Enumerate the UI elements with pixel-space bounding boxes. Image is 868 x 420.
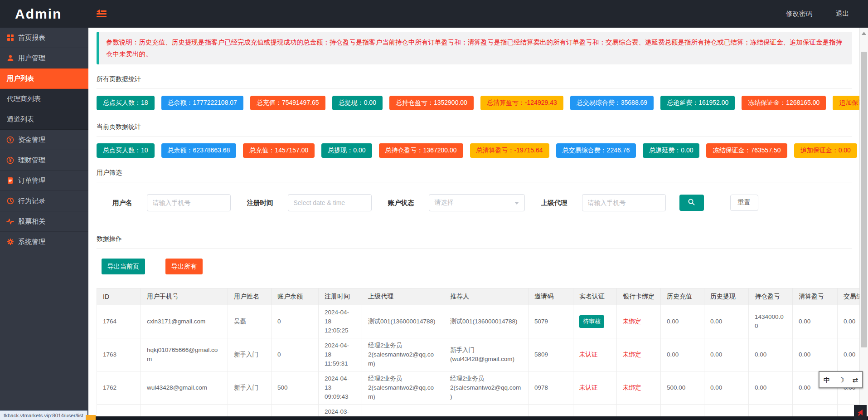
- pointer-overlay: [854, 405, 867, 420]
- status-badge: 未绑定: [623, 384, 641, 391]
- table-row: 1764cxin3171@gmail.com吴磊02024-04-18 12:0…: [97, 305, 860, 338]
- table-cell: 经理2业务员2(salesmantwo2@qq.com): [444, 371, 529, 405]
- table-cell: 新手入门: [228, 371, 272, 405]
- table-cell: 0978: [529, 371, 573, 405]
- table-cell: 未认证: [573, 338, 617, 371]
- user-table: ID用户手机号用户姓名账户余额注册时间上级代理推荐人邀请码实名认证银行卡绑定历史…: [97, 288, 860, 420]
- sidebar-item-label: 用户列表: [7, 74, 34, 83]
- table-cell: 0.00: [704, 305, 749, 338]
- switch-icon[interactable]: ⇄: [853, 376, 858, 383]
- column-header: 银行卡绑定: [617, 288, 661, 305]
- stats-all-row: 总点买人数：18总余额：1777222108.07总充值：75491497.65…: [97, 96, 860, 110]
- stat-badge: 总余额：1777222108.07: [161, 96, 243, 110]
- table-cell: 0: [272, 305, 319, 338]
- column-header: 历史提现: [704, 288, 749, 305]
- column-header: 注册时间: [319, 288, 362, 305]
- yen-circle-icon: ¥: [6, 156, 14, 164]
- table-cell: 1762: [97, 371, 141, 405]
- table-cell: 2024-04-18 12:05:25: [319, 305, 362, 338]
- table-cell: 0.00: [661, 338, 704, 371]
- section-title-actions: 数据操作: [97, 235, 852, 249]
- status-badge: 未认证: [579, 384, 598, 391]
- column-header: 清算盈亏: [793, 288, 838, 305]
- moon-icon[interactable]: ☽: [838, 376, 844, 383]
- sidebar-item-2[interactable]: 用户列表: [0, 68, 88, 89]
- table-cell: 测试001(136000014788): [362, 305, 444, 338]
- table-cell: 吴磊: [228, 305, 272, 338]
- table-cell: 未绑定: [617, 305, 661, 338]
- sidebar-item-4[interactable]: 通道列表: [0, 109, 88, 130]
- stat-badge: 冻结保证金：1268165.00: [742, 96, 826, 110]
- column-header: 持仓盈亏: [749, 288, 793, 305]
- column-header: 上级代理: [362, 288, 444, 305]
- table-header-row: ID用户手机号用户姓名账户余额注册时间上级代理推荐人邀请码实名认证银行卡绑定历史…: [97, 288, 860, 305]
- export-current-page-button[interactable]: 导出当前页: [102, 259, 145, 274]
- stat-badge: 总持仓盈亏：1367200.00: [379, 143, 463, 158]
- table-cell: 0: [272, 338, 319, 371]
- sidebar-item-label: 行为记录: [18, 197, 45, 205]
- select-placeholder: 请选择: [435, 199, 454, 207]
- table-cell: 0.00: [749, 338, 793, 371]
- admin-app: Admin 修改密码 退出 首页报表用户管理用户列表代理商列表通道列表¥资金管理…: [0, 0, 868, 420]
- sidebar-item-label: 用户管理: [18, 54, 45, 63]
- gear-icon: [6, 238, 14, 246]
- ime-toolbar[interactable]: 中 ☽ ⇄: [819, 371, 863, 388]
- search-button[interactable]: [679, 195, 704, 211]
- vertical-scrollbar[interactable]: [859, 28, 868, 420]
- app-logo: Admin: [0, 6, 88, 22]
- sidebar-item-5[interactable]: ¥资金管理: [0, 130, 88, 150]
- sidebar-menu: 首页报表用户管理用户列表代理商列表通道列表¥资金管理¥理财管理订单管理行为记录股…: [0, 28, 88, 420]
- sidebar-item-7[interactable]: 订单管理: [0, 171, 88, 191]
- username-input-label: 用户名: [112, 199, 132, 207]
- table-cell: 0.00: [838, 338, 860, 371]
- logout-link[interactable]: 退出: [836, 10, 849, 18]
- topbar-actions: 修改密码 退出: [786, 10, 868, 18]
- username-input[interactable]: [147, 194, 231, 211]
- change-password-link[interactable]: 修改密码: [786, 10, 812, 18]
- column-header: 交易综合费: [838, 288, 860, 305]
- stat-badge: 总充值：1457157.00: [243, 143, 315, 158]
- table-row: 1762wul43428@gmail.com新手入门5002024-04-13 …: [97, 371, 860, 405]
- stat-badge: 冻结保证金：763557.50: [706, 143, 787, 158]
- params-alert: 参数说明：历史充值、历史提现是指客户已经完成充值或提现成功的总金额；持仓盈亏是指…: [97, 32, 852, 64]
- status-badge: 未认证: [579, 351, 598, 358]
- stat-badge: 总点买人数：10: [97, 143, 155, 158]
- table-cell: 0.00: [661, 305, 704, 338]
- sidebar-item-1[interactable]: 用户管理: [0, 48, 88, 68]
- sidebar-item-0[interactable]: 首页报表: [0, 28, 88, 48]
- menu-collapse-icon[interactable]: [97, 10, 107, 18]
- clock-icon: [6, 197, 14, 205]
- sidebar-item-6[interactable]: ¥理财管理: [0, 150, 88, 171]
- column-header: ID: [97, 288, 141, 305]
- sidebar-item-3[interactable]: 代理商列表: [0, 89, 88, 109]
- sidebar-item-10[interactable]: 系统管理: [0, 232, 88, 252]
- account-status-select-label: 账户状态: [388, 199, 414, 207]
- parent-agent-input-label: 上级代理: [541, 199, 567, 207]
- reset-button[interactable]: 重置: [730, 195, 758, 211]
- status-badge: 未绑定: [623, 351, 641, 358]
- scrollbar-thumb[interactable]: [861, 52, 867, 347]
- table-cell: 1764: [97, 305, 141, 338]
- sidebar-item-9[interactable]: 股票相关: [0, 211, 88, 232]
- account-status-select[interactable]: 请选择: [429, 194, 525, 211]
- sidebar-item-8[interactable]: 行为记录: [0, 191, 88, 211]
- stat-badge: 总交易综合费：2246.76: [556, 143, 636, 158]
- stat-badge: 总充值：75491497.65: [250, 96, 325, 110]
- table-cell: 1434000.00: [749, 305, 793, 338]
- table-cell: 500: [272, 371, 319, 405]
- ime-mode-label[interactable]: 中: [824, 376, 830, 383]
- column-header: 用户姓名: [228, 288, 272, 305]
- table-cell: 0.00: [793, 305, 838, 338]
- export-all-button[interactable]: 导出所有: [165, 259, 203, 274]
- register-time-input[interactable]: [288, 194, 372, 211]
- sidebar-item-label: 通道列表: [7, 115, 34, 124]
- table-cell: hqkj010765666@gmail.com: [141, 338, 228, 371]
- parent-agent-input[interactable]: [582, 194, 666, 211]
- sidebar-item-label: 股票相关: [18, 217, 45, 226]
- taskbar-chip: [86, 415, 96, 420]
- topbar: Admin 修改密码 退出: [0, 0, 868, 28]
- main-content: 参数说明：历史充值、历史提现是指客户已经完成充值或提现成功的总金额；持仓盈亏是指…: [88, 28, 860, 420]
- stat-badge: 追加保证金：0.00: [794, 143, 857, 158]
- table-cell: 新手入门 (wul43428@gmail.com): [444, 338, 529, 371]
- scrollbar-up-icon[interactable]: [862, 32, 866, 35]
